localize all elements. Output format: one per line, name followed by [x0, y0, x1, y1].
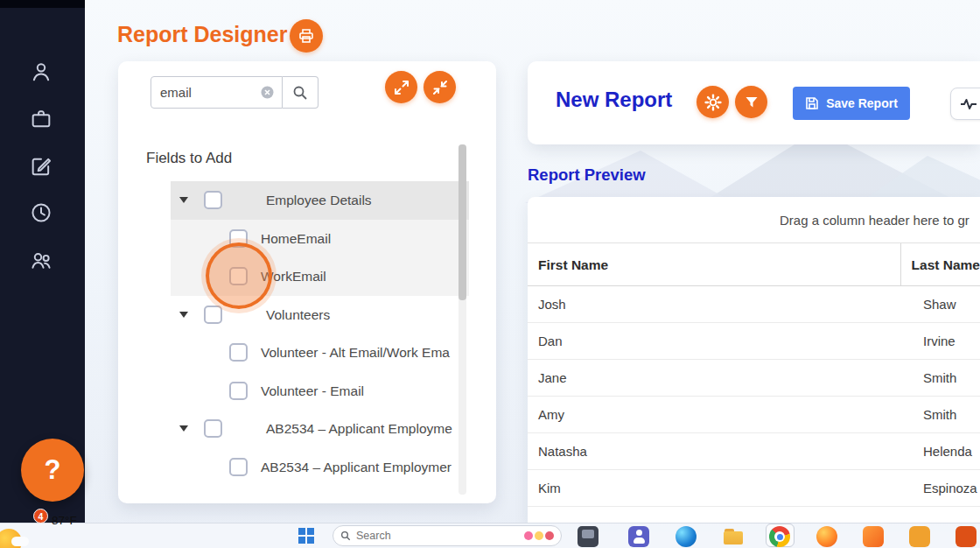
weather-cloud-icon	[11, 537, 29, 546]
group-by-hint: Drag a column header here to gr	[780, 197, 970, 243]
cell-last-name: Espinoza	[913, 470, 980, 506]
file-explorer-icon[interactable]	[723, 526, 744, 547]
red-app-icon[interactable]	[956, 526, 976, 547]
compose-icon	[29, 154, 53, 179]
collapse-all-button[interactable]	[424, 71, 456, 103]
field-search	[150, 76, 318, 109]
checkbox[interactable]	[229, 229, 248, 248]
checkbox[interactable]	[229, 458, 248, 476]
cell-last-name: Irvine	[913, 323, 980, 359]
sidebar-item-history[interactable]	[29, 200, 55, 227]
tree-item-ab2534-group[interactable]: AB2534 – Applicant Employme	[171, 410, 469, 448]
orange-app-icon[interactable]	[863, 526, 884, 547]
cell-first-name: Josh	[528, 286, 913, 322]
tree-item-employee-details[interactable]: Employee Details	[171, 181, 469, 220]
cell-last-name: Helenda	[913, 433, 980, 469]
caret-down-icon[interactable]	[179, 197, 188, 203]
tree-item-label: WorkEmail	[261, 257, 326, 296]
checkbox[interactable]	[229, 267, 248, 285]
group-by-panel[interactable]: Drag a column header here to gr	[528, 197, 980, 243]
tree-item-workemail[interactable]: WorkEmail	[171, 257, 469, 296]
checkbox[interactable]	[204, 191, 222, 209]
clock-icon	[29, 200, 53, 225]
tree-item-label: Volunteer - Alt Email/Work Ema	[261, 334, 450, 372]
firefox-app-icon[interactable]	[816, 526, 837, 547]
cell-last-name: Smith	[913, 360, 980, 396]
report-preview-heading: Report Preview	[528, 165, 646, 185]
tree-item-volunteer-email[interactable]: Volunteer - Email	[171, 372, 469, 411]
help-button[interactable]: ?	[21, 439, 84, 502]
clear-x-icon	[261, 86, 274, 99]
caret-down-icon[interactable]	[179, 425, 188, 432]
tree-scrollbar[interactable]	[458, 144, 466, 495]
cell-first-name: Natasha	[528, 433, 913, 469]
scrollbar-thumb[interactable]	[458, 144, 466, 300]
print-button[interactable]	[290, 19, 323, 53]
taskbar-search[interactable]	[332, 525, 562, 546]
tree-item-homeemail[interactable]: HomeEmail	[171, 220, 469, 258]
expand-icon	[394, 80, 410, 95]
sidebar-item-company[interactable]	[29, 107, 55, 133]
cell-last-name: Shaw	[913, 286, 980, 322]
amber-app-icon[interactable]	[909, 526, 930, 547]
tree-item-label: HomeEmail	[261, 220, 331, 258]
user-icon	[29, 60, 53, 84]
clear-search-button[interactable]	[261, 86, 274, 99]
weather-badge: 4	[33, 509, 48, 523]
start-button[interactable]	[298, 528, 314, 544]
checkbox[interactable]	[204, 419, 222, 438]
weather-temperature[interactable]: 87°F	[52, 514, 77, 527]
sidebar-item-edit[interactable]	[29, 154, 55, 180]
cell-first-name: Kim	[528, 470, 913, 506]
save-report-label: Save Report	[826, 96, 898, 110]
tree-item-label: AB2534 – Applicant Employmer	[261, 448, 452, 487]
activity-button[interactable]	[950, 88, 980, 120]
search-icon	[292, 85, 308, 101]
column-header-first-name[interactable]: First Name	[528, 243, 901, 285]
cell-first-name: Jane	[528, 360, 913, 396]
table-row[interactable]: Natasha Helenda	[528, 433, 980, 470]
caret-down-icon[interactable]	[179, 312, 188, 318]
table-row[interactable]: Dan Irvine	[528, 323, 980, 360]
sidebar-top-strip	[0, 0, 85, 8]
edge-app-icon[interactable]	[676, 526, 696, 547]
table-row[interactable]: Amy Smith	[528, 397, 980, 433]
tree-item-label: Volunteer - Email	[261, 372, 364, 411]
table-row[interactable]: Kim Espinoza	[528, 470, 980, 507]
checkbox[interactable]	[204, 306, 222, 324]
tree-item-volunteer-alt-email[interactable]: Volunteer - Alt Email/Work Ema	[171, 334, 469, 372]
cell-first-name: Amy	[528, 397, 913, 432]
report-header-panel: New Report Save Report	[528, 61, 980, 144]
tree-item-volunteers[interactable]: Volunteers	[171, 296, 469, 334]
tree-item-label: Employee Details	[266, 181, 372, 220]
report-settings-button[interactable]	[696, 86, 729, 118]
fields-heading: Fields to Add	[146, 150, 232, 167]
collapse-icon	[432, 80, 448, 95]
sidebar-item-people[interactable]	[29, 248, 55, 274]
tree-item-ab2534-field[interactable]: AB2534 – Applicant Employmer	[171, 448, 469, 487]
report-preview-grid: Drag a column header here to gr First Na…	[528, 197, 980, 523]
report-title: New Report	[556, 88, 672, 112]
desktop-app-icon[interactable]	[578, 526, 598, 547]
teams-app-icon[interactable]	[628, 526, 649, 547]
expand-all-button[interactable]	[385, 71, 417, 103]
pulse-icon	[960, 97, 977, 111]
column-header-last-name[interactable]: Last Name	[901, 243, 980, 285]
table-row[interactable]: Josh Shaw	[528, 286, 980, 323]
briefcase-icon	[29, 107, 53, 131]
fields-panel: Fields to Add Employee Details HomeEmail…	[118, 61, 496, 503]
table-row[interactable]: Jane Smith	[528, 360, 980, 397]
gear-icon	[704, 94, 722, 111]
chrome-app-icon[interactable]	[769, 526, 790, 547]
sidebar: ?	[0, 0, 85, 523]
search-button[interactable]	[283, 76, 318, 109]
save-disk-icon	[805, 96, 819, 110]
taskbar-search-input[interactable]	[356, 530, 522, 542]
checkbox[interactable]	[229, 382, 248, 400]
sidebar-item-profile[interactable]	[29, 60, 55, 86]
tree-item-label: Volunteers	[266, 296, 330, 334]
people-icon	[29, 248, 53, 272]
save-report-button[interactable]: Save Report	[793, 87, 910, 120]
checkbox[interactable]	[229, 343, 248, 362]
report-filter-button[interactable]	[735, 86, 767, 118]
